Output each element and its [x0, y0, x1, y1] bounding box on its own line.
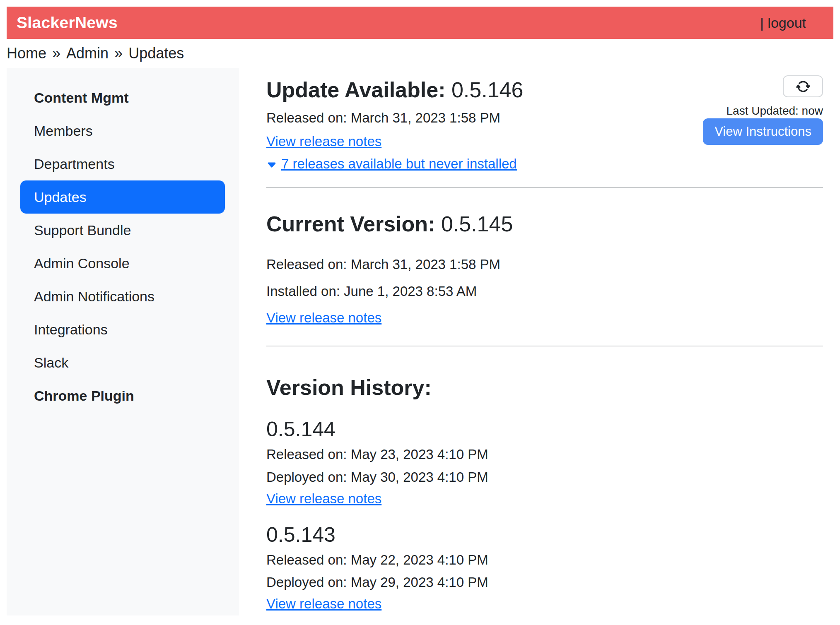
last-updated-label: Last Updated: now [727, 104, 823, 118]
update-available-version: 0.5.146 [451, 78, 524, 102]
sidebar-item-slack[interactable]: Slack [20, 346, 225, 379]
installed-on-text: Installed on: June 1, 2023 8:53 AM [266, 282, 823, 301]
version-history-section: Version History: 0.5.144 Released on: Ma… [266, 375, 823, 614]
breadcrumb-current: Updates [128, 45, 184, 62]
sidebar-item-content-mgmt[interactable]: Content Mgmt [20, 81, 225, 114]
deployed-on-text: Deployed on: May 30, 2023 4:10 PM [266, 468, 823, 487]
view-release-notes-link[interactable]: View release notes [266, 596, 381, 611]
breadcrumb-admin[interactable]: Admin [66, 45, 109, 62]
current-version-section: Current Version: 0.5.145 Released on: Ma… [266, 211, 823, 327]
app-title: SlackerNews [17, 14, 118, 32]
refresh-icon [796, 79, 810, 94]
logout-link[interactable]: | logout [760, 15, 806, 31]
current-version-heading: Current Version: 0.5.145 [266, 211, 823, 237]
breadcrumb: Home » Admin » Updates [7, 39, 833, 68]
version-entry: 0.5.143 Released on: May 22, 2023 4:10 P… [266, 522, 823, 614]
breadcrumb-home[interactable]: Home [7, 45, 46, 62]
sidebar: Content Mgmt Members Departments Updates… [7, 68, 239, 615]
releases-never-installed-link[interactable]: 7 releases available but never installed [266, 154, 517, 173]
breadcrumb-separator: » [114, 45, 123, 62]
version-number: 0.5.144 [266, 417, 823, 442]
sidebar-item-admin-notifications[interactable]: Admin Notifications [20, 280, 225, 313]
update-available-label: Update Available: [266, 78, 445, 102]
view-release-notes-link[interactable]: View release notes [266, 134, 381, 149]
section-divider [266, 187, 823, 188]
sidebar-item-support-bundle[interactable]: Support Bundle [20, 214, 225, 247]
update-available-heading: Update Available: 0.5.146 [266, 77, 823, 103]
deployed-on-text: Deployed on: May 29, 2023 4:10 PM [266, 573, 823, 592]
caret-down-icon [266, 160, 277, 171]
current-version-label: Current Version: [266, 212, 435, 236]
sidebar-item-admin-console[interactable]: Admin Console [20, 247, 225, 280]
released-on-text: Released on: May 23, 2023 4:10 PM [266, 445, 823, 464]
sidebar-item-departments[interactable]: Departments [20, 147, 225, 180]
releases-never-installed-label: 7 releases available but never installed [281, 154, 517, 173]
breadcrumb-separator: » [52, 45, 60, 62]
refresh-button[interactable] [783, 75, 823, 97]
view-instructions-button[interactable]: View Instructions [703, 118, 823, 145]
main-content: Last Updated: now View Instructions Upda… [239, 68, 833, 615]
released-on-text: Released on: March 31, 2023 1:58 PM [266, 255, 823, 274]
sidebar-item-updates[interactable]: Updates [20, 180, 225, 214]
view-release-notes-link[interactable]: View release notes [266, 491, 381, 506]
page-layout: Content Mgmt Members Departments Updates… [7, 68, 833, 615]
app-header: SlackerNews | logout [7, 7, 833, 39]
version-entry: 0.5.144 Released on: May 23, 2023 4:10 P… [266, 417, 823, 508]
sidebar-item-chrome-plugin[interactable]: Chrome Plugin [20, 379, 225, 412]
version-number: 0.5.143 [266, 522, 823, 547]
sidebar-item-members[interactable]: Members [20, 114, 225, 147]
view-release-notes-link[interactable]: View release notes [266, 310, 381, 325]
current-version-number: 0.5.145 [441, 212, 513, 236]
section-divider [266, 346, 823, 346]
sidebar-item-integrations[interactable]: Integrations [20, 313, 225, 346]
released-on-text: Released on: May 22, 2023 4:10 PM [266, 550, 823, 570]
version-history-heading: Version History: [266, 375, 823, 400]
